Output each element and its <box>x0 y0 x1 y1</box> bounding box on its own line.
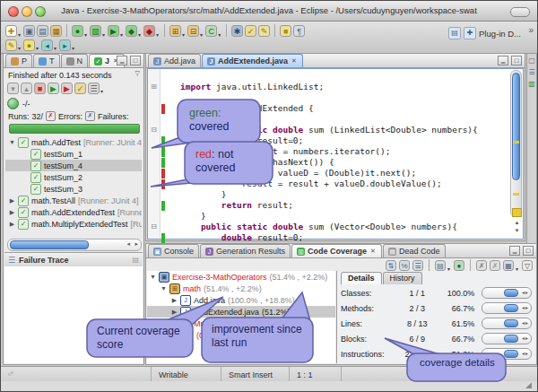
coverage-tree-item[interactable]: ▼▣Exercise-3-MathOperators (51.4% , +2.2… <box>147 271 335 283</box>
outline-icon[interactable]: ☰ <box>527 68 536 77</box>
stack-filter-icon[interactable]: ▤ <box>132 256 139 264</box>
task-icon[interactable]: ✓ <box>245 25 256 37</box>
annotation-icon[interactable]: ✎ <box>258 25 270 37</box>
minimize-view-icon[interactable]: ▁ <box>498 56 508 65</box>
collapsed-arrow-icon[interactable]: ▶ <box>171 297 178 304</box>
junit-tree-item[interactable]: ▶✓math.MultiplyExtendedTest [Ru <box>5 218 142 230</box>
forward-dropdown-icon[interactable]: ▾ <box>72 45 74 51</box>
junit-tree-item[interactable]: ✓testSum_1 <box>5 148 142 160</box>
profile-dropdown-icon[interactable]: ▾ <box>138 31 141 38</box>
next-failed-test-icon[interactable]: ▾ <box>7 83 19 94</box>
view-menu-chevron-icon[interactable]: ▽ <box>135 70 140 77</box>
details-slider[interactable]: ◂▸ <box>482 318 532 329</box>
mark-icon[interactable]: ■ <box>280 25 291 37</box>
search-icon[interactable]: ✱ <box>231 25 243 37</box>
expanded-arrow-icon[interactable]: ▼ <box>161 285 167 292</box>
save-icon[interactable]: ▣ <box>23 25 35 37</box>
scrollbar-thumb[interactable] <box>10 240 89 249</box>
new-class-icon[interactable]: C <box>205 25 217 37</box>
percent-icon[interactable]: % <box>399 260 410 271</box>
code-line[interactable]: Iterator it = numbers.iterator(); <box>148 146 510 157</box>
coverage-tree-item[interactable]: ▼⊞math (51.4% , +2.2%) <box>147 283 335 294</box>
editor-tab-addextended-java[interactable]: JAddExtended.java✕ <box>202 54 303 67</box>
maximize-view-icon[interactable]: ▢ <box>130 56 141 65</box>
open-folder-icon[interactable]: ▦ <box>50 25 62 37</box>
lightbulb-dropdown-icon[interactable]: ▾ <box>36 45 39 51</box>
run-dropdown-icon[interactable]: ▾ <box>120 31 123 38</box>
slider-arrows-icon[interactable]: ◂▸ <box>522 319 529 326</box>
collapsed-arrow-icon[interactable]: ▶ <box>171 309 178 316</box>
lightbulb-icon[interactable]: ● <box>23 39 35 51</box>
bottom-tab-deadcode[interactable]: ▤Dead Code <box>383 244 446 257</box>
junit-tree-item[interactable]: ▶✓math.TestAll [Runner: JUnit 4] <box>5 195 142 206</box>
editor-tab-add-java[interactable]: JAdd.java <box>148 54 201 67</box>
slider-thumb[interactable] <box>504 335 518 343</box>
run-icon[interactable]: ▶ <box>108 25 119 37</box>
export-icon[interactable]: ▦ <box>503 260 514 271</box>
collapsed-arrow-icon[interactable]: ▶ <box>9 197 15 205</box>
code-line[interactable] <box>148 92 510 103</box>
code-line[interactable]: double result=0; <box>148 232 510 243</box>
filter-icon[interactable]: ✓ <box>74 83 86 94</box>
link-icon[interactable]: ⇅ <box>386 260 396 271</box>
view-tab-p[interactable]: P <box>5 54 32 67</box>
external-tools-icon[interactable]: ◆ <box>143 25 155 37</box>
code-line[interactable]: while (it.hasNext()) { <box>148 157 510 168</box>
remove-all-sessions-icon[interactable]: ✗ <box>490 260 500 271</box>
expanded-arrow-icon[interactable]: ▼ <box>9 139 15 145</box>
open-perspective-icon[interactable]: ▤ <box>448 27 461 39</box>
plugin-dev-perspective-icon[interactable]: ✚ <box>464 27 476 39</box>
java-editor[interactable]: ⊞⊟⊟ import java.util.LinkedList;public c… <box>147 68 524 240</box>
slider-thumb[interactable] <box>504 350 518 358</box>
collapsed-arrow-icon[interactable]: ▶ <box>171 332 178 339</box>
whitespace-icon[interactable]: ¶ <box>293 25 305 37</box>
minimize-view-icon[interactable]: ▁ <box>117 56 127 65</box>
slider-arrows-icon[interactable]: ◂▸ <box>522 335 529 341</box>
previous-failed-test-icon[interactable]: ▴ <box>21 83 32 94</box>
new-class-dropdown-icon[interactable]: ▾ <box>218 31 221 38</box>
collapsed-arrow-icon[interactable]: ▶ <box>9 209 15 216</box>
junit-tree-item[interactable]: ✓testSum_4 <box>5 160 142 171</box>
code-line[interactable]: double result=0; <box>148 135 510 146</box>
rerun-icon[interactable]: ▶ <box>48 83 59 94</box>
history-menu-dropdown-icon[interactable]: ▾ <box>100 88 103 94</box>
toolbar-overflow-chevron[interactable]: » <box>528 25 534 35</box>
new-project-dropdown-icon[interactable]: ▾ <box>182 31 185 38</box>
forward-icon[interactable]: ▸ <box>59 39 71 51</box>
coverage-tree-item[interactable]: ▶J (0.0% ) <box>147 329 335 341</box>
stop-icon[interactable]: ■ <box>34 83 46 94</box>
details-slider[interactable]: ◂▸ <box>482 333 532 344</box>
toolbar-toggle-button[interactable] <box>510 7 530 17</box>
close-window-button[interactable] <box>8 6 19 17</box>
code-line[interactable] <box>148 71 510 82</box>
code-line[interactable]: Double valueD = (Double)it.next(); <box>148 168 510 179</box>
code-line[interactable]: import java.util.LinkedList; <box>148 82 510 92</box>
back-dropdown-icon[interactable]: ▾ <box>54 45 56 51</box>
code-line[interactable]: public static double sum (LinkedList<Dou… <box>148 125 510 135</box>
coverage-tree-item[interactable]: ▶JMultiplyExtended.java (1.8% ) <box>147 318 335 329</box>
maximize-view-icon[interactable]: ▢ <box>511 56 522 65</box>
horizontal-scrollbar[interactable]: ◂ ▸ <box>7 239 142 251</box>
maximize-view-icon[interactable]: ▢ <box>523 246 534 256</box>
rerun-failed-icon[interactable]: ▶ <box>61 83 73 94</box>
back-icon[interactable]: ◂ <box>41 39 53 51</box>
scrollbar-thumb[interactable] <box>512 73 520 180</box>
profile-icon[interactable]: ◆ <box>126 25 137 37</box>
collapsed-arrow-icon[interactable]: ▶ <box>9 221 15 228</box>
details-slider[interactable]: ◂▸ <box>482 287 532 299</box>
failure-trace-body[interactable] <box>4 266 143 363</box>
scroll-right-icon[interactable]: ▸ <box>134 240 138 248</box>
import-session-icon[interactable]: ● <box>454 260 464 271</box>
slider-thumb[interactable] <box>504 304 518 312</box>
restore-view-icon[interactable]: ▢ <box>527 57 536 65</box>
coverage-dropdown-icon[interactable]: ▾ <box>102 31 105 38</box>
junit-tree-item[interactable]: ▶✓math.AddExtendedTest [Runner <box>5 206 142 218</box>
details-slider[interactable]: ◂▸ <box>482 348 532 360</box>
annotation-mark[interactable] <box>513 141 519 144</box>
history-menu-icon[interactable]: ☰ <box>88 83 100 94</box>
minimize-window-button[interactable] <box>22 6 32 17</box>
code-line[interactable]: } <box>148 211 510 222</box>
view-tab-t[interactable]: T <box>33 54 60 67</box>
new-package-icon[interactable]: ⊟ <box>187 25 199 37</box>
scrollbar-buttons[interactable]: ▲▼ <box>512 219 522 237</box>
